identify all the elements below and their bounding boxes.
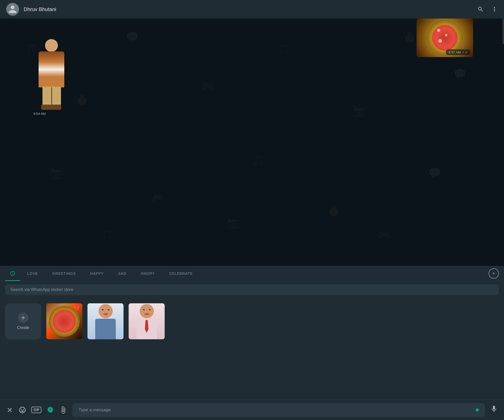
create-label: Create [17, 325, 29, 330]
pizza-sticker-image: ❤️ [46, 303, 82, 339]
close-button[interactable] [6, 406, 13, 414]
tab-greetings[interactable]: GREETINGS [45, 266, 83, 281]
attach-button[interactable] [59, 406, 67, 414]
add-sticker-pack-button[interactable]: + [489, 268, 499, 279]
sticker-item-person1[interactable] [87, 303, 123, 339]
gif-label: GIF [33, 408, 39, 412]
avatar[interactable] [6, 3, 19, 16]
tab-angry[interactable]: ANGRY [134, 266, 162, 281]
sticker-panel: LOVE GREETINGS HAPPY SAD ANGRY CELEBRATE… [0, 266, 504, 399]
create-sticker-button[interactable]: + Create [5, 303, 41, 339]
received-sticker-message: 9:54 AM [31, 39, 72, 111]
message-input[interactable] [78, 407, 476, 413]
sticker-search-bar [0, 281, 504, 298]
mic-button[interactable] [490, 405, 498, 415]
contact-name: Dhruv Bhutani [24, 6, 56, 12]
sticker-button[interactable] [47, 406, 54, 414]
pizza-timestamp: 8:57 AM ✓✓ [446, 49, 471, 55]
sticker-item-person2[interactable] [129, 303, 165, 339]
person-sticker [31, 39, 72, 111]
sticker-tab-bar: LOVE GREETINGS HAPPY SAD ANGRY CELEBRATE… [0, 266, 504, 281]
header-right [477, 6, 498, 13]
scrollbar-track[interactable] [502, 19, 504, 266]
person2-sticker-image [129, 303, 165, 339]
chat-area: 🎵 🎂 💬 🎮 🎵 📷 🎂 💬 📷 🎮 🎵 🎂 💬 🎵 📷 🎮 [0, 19, 504, 266]
sticker-item-pizza[interactable]: ❤️ [46, 303, 82, 339]
tab-celebrate[interactable]: CELEBRATE [162, 266, 200, 281]
gif-button[interactable]: GIF [31, 407, 41, 413]
tab-love[interactable]: LOVE [20, 266, 45, 281]
more-options-icon[interactable] [491, 6, 498, 13]
heart-badge: ❤️ [74, 305, 80, 312]
tab-sad[interactable]: SAD [111, 266, 134, 281]
emoji-button[interactable] [19, 406, 26, 414]
sent-pizza-message: 8:57 AM ✓✓ [432, 19, 489, 57]
input-indicator [476, 408, 479, 412]
create-plus-icon: + [18, 313, 28, 323]
tab-happy[interactable]: HAPPY [83, 266, 111, 281]
read-ticks: ✓✓ [462, 50, 468, 54]
scrollbar-thumb[interactable] [502, 19, 504, 44]
tab-recent[interactable] [5, 266, 20, 281]
message-input-wrapper [72, 403, 485, 417]
person1-sticker-image [87, 303, 123, 339]
search-icon[interactable] [477, 6, 484, 13]
sticker-timestamp: 9:54 AM [31, 111, 48, 116]
sticker-grid: + Create ❤️ [0, 298, 504, 399]
header-left: Dhruv Bhutani [6, 3, 56, 16]
chat-header: Dhruv Bhutani [0, 0, 504, 19]
bottom-toolbar: GIF [0, 399, 504, 420]
sticker-search-input[interactable] [5, 284, 499, 295]
